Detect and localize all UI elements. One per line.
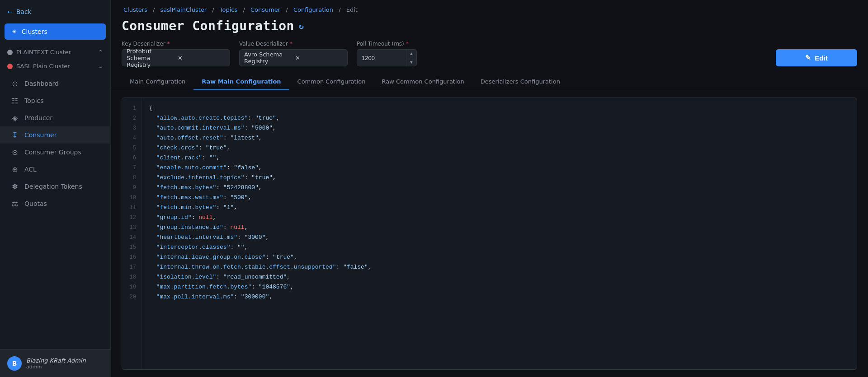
sidebar-item-acl[interactable]: ⊕ ACL — [0, 161, 110, 178]
code-line: "fetch.min.bytes": "1", — [149, 203, 849, 213]
value-deserializer-required: * — [290, 41, 292, 47]
main-content: Clusters / saslPlainCluster / Topics / C… — [111, 0, 868, 377]
tabs-bar: Main Configuration Raw Main Configuratio… — [111, 74, 868, 90]
line-number: 1 — [122, 103, 142, 113]
code-line: "internal.throw.on.fetch.stable.offset.u… — [149, 262, 849, 272]
poll-timeout-group: Poll Timeout (ms) * ▲ ▼ — [357, 41, 417, 66]
form-row: Key Deserializer * Protobuf Schema Regis… — [111, 41, 868, 74]
sidebar-item-producer[interactable]: ◈ Producer — [0, 109, 110, 126]
key-deserializer-clear-icon[interactable]: ✕ — [178, 55, 225, 61]
line-number: 10 — [122, 193, 142, 203]
line-number: 3 — [122, 123, 142, 133]
refresh-icon[interactable]: ↻ — [299, 21, 304, 31]
dashboard-icon: ⊙ — [11, 79, 19, 88]
code-line: "max.poll.interval.ms": "300000", — [149, 292, 849, 302]
line-number: 17 — [122, 262, 142, 272]
value-deserializer-input[interactable]: Avro Schema Registry ✕ — [239, 49, 348, 66]
acl-icon: ⊕ — [11, 165, 19, 173]
poll-timeout-label: Poll Timeout (ms) * — [357, 41, 417, 47]
delegation-tokens-label: Delegation Tokens — [24, 183, 82, 190]
breadcrumb-configuration[interactable]: Configuration — [293, 6, 333, 13]
breadcrumb-cluster-name[interactable]: saslPlainCluster — [160, 6, 207, 13]
sidebar-item-quotas[interactable]: ⚖ Quotas — [0, 195, 110, 212]
topics-icon: ☷ — [11, 97, 19, 105]
line-number: 2 — [122, 113, 142, 123]
back-arrow-icon: ← — [7, 8, 13, 15]
producer-label: Producer — [24, 114, 52, 121]
delegation-icon: ✽ — [11, 182, 19, 191]
code-line: "allow.auto.create.topics": "true", — [149, 113, 849, 123]
breadcrumb-topics[interactable]: Topics — [220, 6, 237, 13]
code-line: "heartbeat.interval.ms": "3000", — [149, 233, 849, 242]
sidebar-item-topics[interactable]: ☷ Topics — [0, 92, 110, 109]
sidebar-item-consumer[interactable]: ↧ Consumer — [0, 126, 110, 144]
breadcrumb-consumer[interactable]: Consumer — [250, 6, 280, 13]
quotas-label: Quotas — [24, 200, 47, 207]
line-number: 13 — [122, 223, 142, 233]
clusters-button[interactable]: ✴ Clusters — [5, 23, 106, 40]
acl-label: ACL — [24, 166, 37, 173]
line-number: 7 — [122, 163, 142, 173]
producer-icon: ◈ — [11, 114, 19, 122]
code-line: "exclude.internal.topics": "true", — [149, 173, 849, 183]
sidebar-cluster-plaintext[interactable]: PLAINTEXT Cluster ⌃ — [0, 45, 110, 59]
code-line: "fetch.max.wait.ms": "500", — [149, 193, 849, 203]
key-deserializer-label: Key Deserializer * — [122, 41, 230, 47]
line-number: 6 — [122, 153, 142, 163]
sidebar-nav: ⊙ Dashboard ☷ Topics ◈ Producer ↧ Consum… — [0, 73, 110, 214]
poll-timeout-input[interactable] — [357, 49, 406, 66]
breadcrumb-clusters[interactable]: Clusters — [123, 6, 147, 13]
tab-deserializers-config[interactable]: Deserializers Configuration — [472, 74, 568, 90]
edit-pencil-icon: ✎ — [805, 54, 811, 62]
clusters-icon: ✴ — [12, 28, 17, 35]
page-title: Consumer Configuration ↻ — [122, 19, 304, 33]
code-line: "fetch.max.bytes": "52428800", — [149, 183, 849, 193]
poll-increment-button[interactable]: ▲ — [406, 50, 416, 58]
sasl-cluster-dot — [7, 64, 13, 69]
sidebar-footer: B Blazing KRaft Admin admin — [0, 349, 110, 377]
avatar: B — [7, 356, 22, 371]
line-number: 20 — [122, 292, 142, 302]
dashboard-label: Dashboard — [24, 80, 59, 87]
code-line: "interceptor.classes": "", — [149, 242, 849, 252]
code-editor-wrapper: 1234567891011121314151617181920 { "allow… — [111, 90, 868, 377]
sidebar: ← Back ✴ Clusters PLAINTEXT Cluster ⌃ SA… — [0, 0, 111, 377]
tab-common-config[interactable]: Common Configuration — [289, 74, 374, 90]
plaintext-cluster-dot — [7, 50, 13, 55]
page-header: Consumer Configuration ↻ — [111, 16, 868, 41]
key-deserializer-input[interactable]: Protobuf Schema Registry ✕ — [122, 49, 230, 66]
breadcrumb-edit: Edit — [346, 6, 358, 13]
code-line: { — [149, 103, 849, 113]
code-line: "group.id": null, — [149, 213, 849, 223]
poll-timeout-required: * — [406, 41, 409, 47]
code-line: "isolation.level": "read_uncommitted", — [149, 272, 849, 282]
line-number: 14 — [122, 233, 142, 242]
consumer-icon: ↧ — [11, 131, 19, 139]
code-line: "max.partition.fetch.bytes": "1048576", — [149, 282, 849, 292]
line-number: 18 — [122, 272, 142, 282]
back-label: Back — [16, 8, 32, 15]
code-line: "client.rack": "", — [149, 153, 849, 163]
code-line: "enable.auto.commit": "false", — [149, 163, 849, 173]
plaintext-cluster-label: PLAINTEXT Cluster — [16, 49, 71, 56]
sidebar-item-delegation-tokens[interactable]: ✽ Delegation Tokens — [0, 178, 110, 195]
consumer-groups-label: Consumer Groups — [24, 149, 81, 156]
tab-raw-common-config[interactable]: Raw Common Configuration — [373, 74, 472, 90]
sidebar-cluster-sasl[interactable]: SASL Plain Cluster ⌄ — [0, 59, 110, 73]
sidebar-item-dashboard[interactable]: ⊙ Dashboard — [0, 75, 110, 92]
back-button[interactable]: ← Back — [0, 0, 110, 23]
username: Blazing KRaft Admin — [26, 357, 86, 364]
tab-raw-main-config[interactable]: Raw Main Configuration — [193, 74, 289, 90]
edit-button[interactable]: ✎ Edit — [776, 49, 857, 66]
line-numbers: 1234567891011121314151617181920 — [122, 98, 142, 369]
code-editor[interactable]: 1234567891011121314151617181920 { "allow… — [122, 98, 857, 370]
value-deserializer-clear-icon[interactable]: ✕ — [295, 55, 343, 61]
user-info: Blazing KRaft Admin admin — [26, 357, 86, 370]
poll-decrement-button[interactable]: ▼ — [406, 58, 416, 66]
sidebar-item-consumer-groups[interactable]: ⊝ Consumer Groups — [0, 144, 110, 161]
line-number: 8 — [122, 173, 142, 183]
line-number: 19 — [122, 282, 142, 292]
code-content: 1234567891011121314151617181920 { "allow… — [122, 98, 857, 369]
line-number: 11 — [122, 203, 142, 213]
tab-main-config[interactable]: Main Configuration — [122, 74, 193, 90]
